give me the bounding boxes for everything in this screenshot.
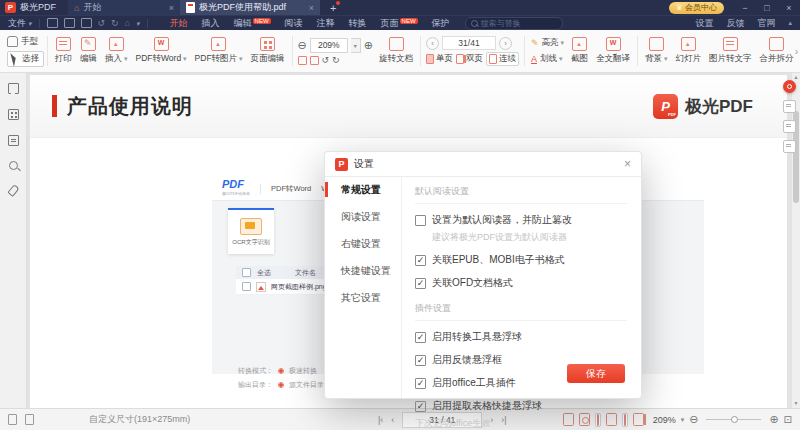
zoom-slider-knob[interactable] [731,416,738,423]
previous-page-icon[interactable]: ‹ [426,37,439,50]
ribbon-tab-insert[interactable]: 插入 [195,17,227,30]
feedback-link[interactable]: 反馈 [726,17,744,30]
fit-width-icon[interactable] [298,56,307,65]
zoom-out-icon[interactable]: ⊖ [298,40,307,51]
view-book-icon[interactable] [633,413,644,426]
checkbox-icon[interactable] [415,215,426,226]
next-page-icon[interactable]: › [499,37,512,50]
bookmarks-icon[interactable] [8,83,19,94]
double-page-button[interactable]: 双页 [456,53,483,65]
highlight-button[interactable]: ✎高亮 [531,37,564,49]
pdf-to-word-button[interactable]: PDF转Word [131,37,190,65]
continuous-button[interactable]: 连续 [486,52,519,66]
zoom-slider[interactable] [706,419,761,420]
nav-other-settings[interactable]: 其它设置 [325,284,401,311]
save-icon[interactable] [64,18,75,28]
single-page-button[interactable]: 单页 [426,53,453,65]
toolbar-overflow-icon[interactable]: › [795,46,798,57]
merge-split-button[interactable]: 合并拆分 [755,37,797,65]
checkbox-row[interactable]: ✓ 启用提取表格快捷悬浮球 [415,399,627,413]
background-button[interactable]: 背景 [641,37,671,65]
doc-float-icon[interactable] [783,140,796,153]
checkbox-row[interactable]: 设置为默认阅读器，并防止篡改 [415,213,627,227]
status-zoom-value[interactable]: 209% [653,415,676,425]
page-number-field[interactable]: 31/41 [442,36,496,50]
file-menu[interactable]: 文件 [8,17,32,30]
collapse-ribbon-icon[interactable]: ▴ [788,19,792,27]
close-button[interactable]: × [778,3,800,13]
page-size-icon[interactable] [8,414,17,425]
zoom-in-icon[interactable]: ⊕ [364,40,373,51]
ribbon-tab-convert[interactable]: 转换 [342,17,374,30]
attachment-icon[interactable] [7,184,19,197]
checkbox-icon[interactable]: ✓ [415,255,426,266]
ribbon-tab-page[interactable]: 页面NEW [374,17,425,30]
nav-general-settings[interactable]: 常规设置 [325,176,401,203]
ribbon-tab-read[interactable]: 阅读 [278,17,310,30]
window-float-icon[interactable] [783,120,796,133]
redo-icon[interactable]: ↻ [111,19,119,27]
new-tab-button[interactable]: + [330,2,340,14]
chevron-down-icon[interactable] [136,18,140,28]
thumbnails-icon[interactable] [8,109,19,120]
rotate-right-icon[interactable]: ↻ [332,56,340,65]
translate-button[interactable]: 全文翻译 [592,37,634,65]
zoom-dropdown-icon[interactable]: ▾ [351,38,361,53]
zoom-dropdown-icon[interactable]: ▾ [681,416,685,424]
fit-page-icon[interactable] [310,56,319,65]
undo-icon[interactable]: ↺ [98,19,106,27]
tab-home-close-icon[interactable]: × [169,3,174,13]
scroll-down-icon[interactable]: ▼ [792,399,800,408]
fullscreen-icon[interactable]: ⊡ [784,414,792,425]
ribbon-tab-start[interactable]: 开始 [163,17,195,30]
nav-shortcut-settings[interactable]: 快捷键设置 [325,257,401,284]
pdf-to-image-button[interactable]: PDF转图片 [191,37,247,65]
tab-document-close-icon[interactable]: × [309,3,314,13]
feedback-float-icon[interactable] [783,100,796,113]
insert-button[interactable]: 插入 [101,37,131,65]
home-icon[interactable]: ⌂ [125,19,130,27]
nav-contextmenu-settings[interactable]: 右键设置 [325,230,401,257]
maximize-button[interactable]: □ [756,3,778,13]
page-size-icon-2[interactable] [25,414,34,425]
zoom-level-value[interactable]: 209% [310,38,348,53]
settings-link[interactable]: 设置 [695,17,713,30]
checkbox-row[interactable]: ✓ 关联EPUB、MOBI电子书格式 [415,253,627,267]
search-icon[interactable] [9,161,18,170]
first-page-icon[interactable]: |‹ [378,415,383,425]
checkbox-icon[interactable]: ✓ [415,355,426,366]
open-icon[interactable] [47,18,58,28]
assistant-float-icon[interactable] [783,80,796,93]
screenshot-button[interactable]: 截图 [567,37,592,65]
checkbox-row[interactable]: ✓ 关联OFD文档格式 [415,276,627,290]
minimize-button[interactable]: − [734,3,756,13]
checkbox-icon[interactable]: ✓ [415,332,426,343]
zoom-in-icon[interactable]: ⊕ [769,414,778,425]
ribbon-tab-annotate[interactable]: 注释 [310,17,342,30]
underline-button[interactable]: A划线 [531,53,564,65]
page-edit-button[interactable]: 页面编辑 [247,37,289,65]
slideshow-button[interactable]: 幻灯片 [671,37,705,65]
save-button[interactable]: 保存 [567,364,625,383]
print-icon[interactable] [81,18,92,28]
edit-button[interactable]: 编辑 [76,37,101,65]
rotate-document-button[interactable]: 旋转文档 [375,37,417,65]
nav-reading-settings[interactable]: 阅读设置 [325,203,401,230]
print-button[interactable]: 打印 [51,37,76,65]
search-replace-input[interactable]: 搜索与替换 [465,17,563,30]
member-center-button[interactable]: ♛ 会员中心 [669,2,724,14]
rotate-left-icon[interactable]: ↺ [322,56,330,65]
website-link[interactable]: 官网 [757,17,775,30]
hand-tool-button[interactable]: 手型 [7,36,44,48]
comments-icon[interactable] [8,135,19,146]
dialog-close-icon[interactable]: × [624,157,631,171]
checkbox-icon[interactable]: ✓ [415,278,426,289]
checkbox-icon[interactable]: ✓ [415,401,426,412]
select-tool-button[interactable]: 选择 [7,51,44,67]
checkbox-row[interactable]: ✓ 启用转换工具悬浮球 [415,330,627,344]
checkbox-icon[interactable]: ✓ [415,378,426,389]
previous-page-icon[interactable]: ‹ [391,415,394,425]
tab-document[interactable]: 极光PDF使用帮助.pdf × [180,0,320,15]
ribbon-tab-protect[interactable]: 保护 [425,17,457,30]
ribbon-tab-edit[interactable]: 编辑NEW [227,17,278,30]
